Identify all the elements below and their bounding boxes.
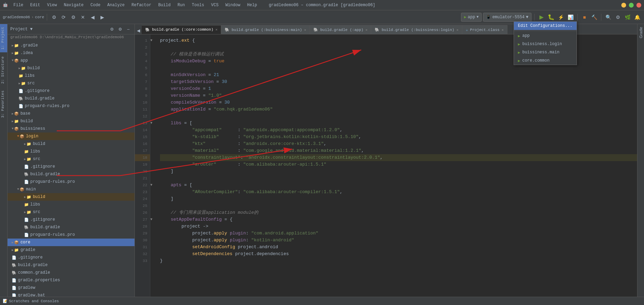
menu-window[interactable]: Window: [224, 3, 242, 8]
code-editor[interactable]: 1 2 3 4 5 6 7 8 9 10 11 12 13 14 15 16 1…: [135, 34, 637, 297]
code-content[interactable]: project.ext { // 模块是否单独运行调试 isModuleDebu…: [157, 34, 637, 297]
tree-item-app-src[interactable]: ▶ 📁 src: [8, 80, 135, 87]
tree-item-idea-folder[interactable]: ▶ 📁 .idea: [8, 49, 135, 57]
tree-item-main-buildgradle[interactable]: 🐘 build.gradle: [8, 223, 135, 231]
coverage-button[interactable]: ⚡: [557, 13, 565, 21]
toolbar-sync-btn[interactable]: ⟳: [60, 13, 68, 21]
tree-item-gradle-folder[interactable]: ▶ 📁 .gradle: [8, 42, 135, 49]
menu-file[interactable]: File: [12, 3, 25, 8]
dropdown-buissiness-main[interactable]: ▶ buissiness.main: [514, 48, 577, 56]
run-config-dropdown[interactable]: ▶ app ▼: [461, 13, 482, 22]
maximize-button[interactable]: [629, 3, 634, 8]
folder-icon: 📁: [24, 149, 29, 154]
tree-item-gradlew[interactable]: 📄 gradlew: [8, 284, 135, 292]
tab-close-btn[interactable]: ✕: [215, 28, 217, 32]
tree-item-gradleprop[interactable]: 📄 gradle.properties: [8, 276, 135, 284]
tree-item-login-buildgradle[interactable]: 🐘 build.gradle: [8, 170, 135, 178]
menu-edit[interactable]: Edit: [29, 3, 42, 8]
menu-refactor[interactable]: Refactor: [130, 3, 153, 8]
editor-tab-login[interactable]: 🐘 build.gradle (:buissiness:login) ✕: [371, 25, 462, 34]
build-button[interactable]: 🔨: [590, 13, 598, 21]
toolbar-close-btn[interactable]: ✕: [79, 13, 87, 21]
dropdown-sep-1: [514, 31, 577, 31]
menu-view[interactable]: View: [46, 3, 58, 8]
dropdown-edit-config[interactable]: Edit Configurations...: [514, 22, 577, 30]
tab-close-btn[interactable]: ✕: [457, 28, 459, 32]
tree-item-root-gitignore[interactable]: 📄 .gitignore: [8, 254, 135, 261]
toolbar-forward-btn[interactable]: ▶: [98, 13, 106, 21]
file-icon: 📄: [24, 233, 29, 237]
tree-item-main[interactable]: ▼ 📦 main: [8, 186, 135, 193]
run-config-icon: ▶: [464, 15, 466, 19]
minimize-button[interactable]: [621, 3, 626, 8]
panel-tool-settings[interactable]: ⚙: [117, 26, 124, 33]
menu-code[interactable]: Code: [89, 3, 102, 8]
tree-item-login-gitignore[interactable]: 📄 .gitignore: [8, 163, 135, 170]
tree-item-build-root[interactable]: ▶ 📁 build: [8, 117, 135, 125]
tree-item-core[interactable]: ▶ 📦 core: [8, 239, 135, 246]
tree-item-login-libs[interactable]: 📁 libs: [8, 148, 135, 155]
editor-tab-app[interactable]: 🐘 build.gradle (:app) ✕: [310, 25, 371, 34]
tree-item-app-gitignore[interactable]: 📄 .gitignore: [8, 87, 135, 95]
dropdown-app[interactable]: ▶ app: [514, 32, 577, 40]
tree-item-main-src[interactable]: ▶ 📁 src: [8, 208, 135, 216]
tab-nav-back[interactable]: ◀: [135, 27, 142, 34]
run-button[interactable]: ▶: [537, 13, 546, 21]
tree-item-main-build[interactable]: ▶ 📁 build: [8, 193, 135, 201]
dropdown-core-common[interactable]: ▶ core.common: [514, 56, 577, 65]
tree-item-login-build[interactable]: ▶ 📁 build: [8, 140, 135, 148]
dropdown-buissiness-login[interactable]: ▶ buissiness.login: [514, 40, 577, 48]
tree-item-login-proguard[interactable]: 📄 proguard-rules.pro: [8, 178, 135, 186]
emulator-dropdown[interactable]: 📱 emulator-5554 ▼: [483, 13, 532, 22]
menu-build[interactable]: Build: [157, 3, 172, 8]
favorites-tab[interactable]: 3: Favorites: [0, 88, 7, 120]
tree-item-main-libs[interactable]: 📁 libs: [8, 201, 135, 208]
tab-close-btn[interactable]: ✕: [365, 28, 367, 32]
tree-item-login-src[interactable]: ▶ 📁 src: [8, 155, 135, 163]
stop-button[interactable]: ■: [580, 13, 589, 21]
menu-vcs[interactable]: VCS: [210, 3, 220, 8]
tree-item-gradlewbat[interactable]: 📄 gradlew.bat: [8, 292, 135, 297]
menu-analyze[interactable]: Analyze: [106, 3, 126, 8]
gradle-tool-btn[interactable]: Gradle: [637, 27, 644, 38]
bottom-scratches-item[interactable]: 📝 Scratches and Consoles: [3, 299, 59, 303]
tab-close-btn[interactable]: ✕: [502, 28, 504, 32]
tree-item-root-buildgradle[interactable]: 🐘 build.gradle: [8, 261, 135, 269]
profile-button[interactable]: 📊: [566, 13, 575, 21]
tree-item-buissiness[interactable]: ▼ 📦 buissiness: [8, 125, 135, 133]
menu-run[interactable]: Run: [176, 3, 186, 8]
tree-item-app-libs[interactable]: 📁 libs: [8, 72, 135, 80]
tree-item-commongradle[interactable]: 🐘 common.gradle: [8, 269, 135, 276]
close-button[interactable]: [636, 3, 641, 8]
structure-tab[interactable]: 2: Structure: [0, 54, 7, 86]
panel-tool-gear[interactable]: ⚙: [108, 26, 115, 33]
editor-tab-project-class[interactable]: ☕ Project.class ✕: [462, 25, 507, 34]
tree-item-app[interactable]: ▼ 📦 app: [8, 57, 135, 64]
editor-tab-main[interactable]: 🐘 build.gradle (:buissiness:main) ✕: [221, 25, 310, 34]
vcs-button[interactable]: 🌿: [623, 13, 632, 21]
menu-tools[interactable]: Tools: [191, 3, 206, 8]
tree-item-login[interactable]: ▼ 📦 login: [8, 133, 135, 140]
tree-item-gradle-root[interactable]: ▶ 📁 gradle: [8, 246, 135, 254]
notification-button[interactable]: 🔔: [633, 13, 641, 21]
toolbar-gear-btn[interactable]: ⚙: [69, 13, 77, 21]
tree-item-app-proguard[interactable]: 📄 proguard-rules.pro: [8, 102, 135, 110]
menu-navigate[interactable]: Navigate: [62, 3, 85, 8]
tree-item-app-buildgradle[interactable]: 🐘 build.gradle: [8, 95, 135, 102]
menu-help[interactable]: Help: [246, 3, 258, 8]
folder-icon: 📁: [14, 43, 19, 48]
toolbar-settings-btn[interactable]: ⚙: [50, 13, 58, 21]
tree-item-base[interactable]: ▶ 📦 base: [8, 110, 135, 117]
debug-button[interactable]: 🐛: [547, 13, 555, 21]
tree-item-main-proguard[interactable]: 📄 proguard-rules.pro: [8, 231, 135, 239]
settings-button[interactable]: ⚙: [614, 13, 622, 21]
tab-close-btn[interactable]: ✕: [304, 28, 306, 32]
gutter-13: ▼: [150, 120, 157, 127]
toolbar-back-btn[interactable]: ◀: [88, 13, 97, 21]
project-tab[interactable]: 1: Project: [0, 24, 7, 52]
editor-tab-common[interactable]: 🐘 build.gradle (:core:common) ✕: [142, 25, 221, 34]
search-everywhere-button[interactable]: 🔍: [604, 13, 612, 21]
tree-item-main-gitignore[interactable]: 📄 .gitignore: [8, 216, 135, 223]
tree-item-app-build[interactable]: ▶ 📁 build: [8, 64, 135, 72]
panel-tool-collapse[interactable]: –: [125, 26, 132, 33]
